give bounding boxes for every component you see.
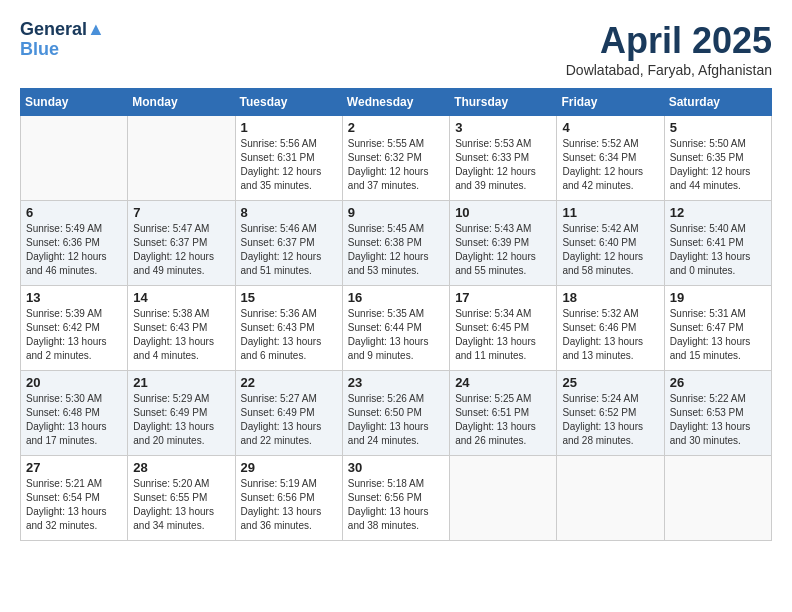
day-number: 16 <box>348 290 444 305</box>
calendar-day-cell: 21Sunrise: 5:29 AMSunset: 6:49 PMDayligh… <box>128 371 235 456</box>
day-number: 19 <box>670 290 766 305</box>
day-info: Sunrise: 5:32 AMSunset: 6:46 PMDaylight:… <box>562 307 658 363</box>
day-info: Sunrise: 5:52 AMSunset: 6:34 PMDaylight:… <box>562 137 658 193</box>
day-number: 10 <box>455 205 551 220</box>
title-section: April 2025 Dowlatabad, Faryab, Afghanist… <box>566 20 772 78</box>
day-info: Sunrise: 5:42 AMSunset: 6:40 PMDaylight:… <box>562 222 658 278</box>
calendar-day-cell: 3Sunrise: 5:53 AMSunset: 6:33 PMDaylight… <box>450 116 557 201</box>
calendar-day-cell: 14Sunrise: 5:38 AMSunset: 6:43 PMDayligh… <box>128 286 235 371</box>
calendar-day-cell: 25Sunrise: 5:24 AMSunset: 6:52 PMDayligh… <box>557 371 664 456</box>
calendar-day-cell: 23Sunrise: 5:26 AMSunset: 6:50 PMDayligh… <box>342 371 449 456</box>
calendar-day-cell <box>21 116 128 201</box>
weekday-header: Monday <box>128 89 235 116</box>
calendar-week-row: 20Sunrise: 5:30 AMSunset: 6:48 PMDayligh… <box>21 371 772 456</box>
calendar-day-cell: 19Sunrise: 5:31 AMSunset: 6:47 PMDayligh… <box>664 286 771 371</box>
day-info: Sunrise: 5:20 AMSunset: 6:55 PMDaylight:… <box>133 477 229 533</box>
calendar-day-cell: 4Sunrise: 5:52 AMSunset: 6:34 PMDaylight… <box>557 116 664 201</box>
day-info: Sunrise: 5:40 AMSunset: 6:41 PMDaylight:… <box>670 222 766 278</box>
day-info: Sunrise: 5:45 AMSunset: 6:38 PMDaylight:… <box>348 222 444 278</box>
day-info: Sunrise: 5:22 AMSunset: 6:53 PMDaylight:… <box>670 392 766 448</box>
location: Dowlatabad, Faryab, Afghanistan <box>566 62 772 78</box>
day-info: Sunrise: 5:43 AMSunset: 6:39 PMDaylight:… <box>455 222 551 278</box>
day-info: Sunrise: 5:35 AMSunset: 6:44 PMDaylight:… <box>348 307 444 363</box>
day-number: 14 <box>133 290 229 305</box>
calendar-day-cell: 7Sunrise: 5:47 AMSunset: 6:37 PMDaylight… <box>128 201 235 286</box>
calendar-week-row: 1Sunrise: 5:56 AMSunset: 6:31 PMDaylight… <box>21 116 772 201</box>
day-info: Sunrise: 5:55 AMSunset: 6:32 PMDaylight:… <box>348 137 444 193</box>
day-number: 24 <box>455 375 551 390</box>
day-number: 20 <box>26 375 122 390</box>
calendar-table: SundayMondayTuesdayWednesdayThursdayFrid… <box>20 88 772 541</box>
day-number: 1 <box>241 120 337 135</box>
weekday-header: Sunday <box>21 89 128 116</box>
day-number: 17 <box>455 290 551 305</box>
calendar-day-cell: 2Sunrise: 5:55 AMSunset: 6:32 PMDaylight… <box>342 116 449 201</box>
calendar-day-cell: 11Sunrise: 5:42 AMSunset: 6:40 PMDayligh… <box>557 201 664 286</box>
calendar-day-cell <box>557 456 664 541</box>
calendar-day-cell: 17Sunrise: 5:34 AMSunset: 6:45 PMDayligh… <box>450 286 557 371</box>
calendar-day-cell: 30Sunrise: 5:18 AMSunset: 6:56 PMDayligh… <box>342 456 449 541</box>
weekday-header: Wednesday <box>342 89 449 116</box>
calendar-day-cell: 15Sunrise: 5:36 AMSunset: 6:43 PMDayligh… <box>235 286 342 371</box>
weekday-header-row: SundayMondayTuesdayWednesdayThursdayFrid… <box>21 89 772 116</box>
logo-text-blue: Blue <box>20 40 105 60</box>
calendar-day-cell: 18Sunrise: 5:32 AMSunset: 6:46 PMDayligh… <box>557 286 664 371</box>
calendar-day-cell: 6Sunrise: 5:49 AMSunset: 6:36 PMDaylight… <box>21 201 128 286</box>
day-number: 25 <box>562 375 658 390</box>
page-header: General▲ Blue April 2025 Dowlatabad, Far… <box>20 20 772 78</box>
day-info: Sunrise: 5:36 AMSunset: 6:43 PMDaylight:… <box>241 307 337 363</box>
calendar-day-cell: 20Sunrise: 5:30 AMSunset: 6:48 PMDayligh… <box>21 371 128 456</box>
logo-text: General▲ <box>20 20 105 40</box>
day-info: Sunrise: 5:47 AMSunset: 6:37 PMDaylight:… <box>133 222 229 278</box>
day-number: 26 <box>670 375 766 390</box>
day-number: 12 <box>670 205 766 220</box>
day-number: 13 <box>26 290 122 305</box>
calendar-week-row: 6Sunrise: 5:49 AMSunset: 6:36 PMDaylight… <box>21 201 772 286</box>
day-number: 8 <box>241 205 337 220</box>
calendar-day-cell: 12Sunrise: 5:40 AMSunset: 6:41 PMDayligh… <box>664 201 771 286</box>
month-title: April 2025 <box>566 20 772 62</box>
day-info: Sunrise: 5:53 AMSunset: 6:33 PMDaylight:… <box>455 137 551 193</box>
day-number: 2 <box>348 120 444 135</box>
calendar-day-cell <box>128 116 235 201</box>
day-info: Sunrise: 5:34 AMSunset: 6:45 PMDaylight:… <box>455 307 551 363</box>
day-number: 18 <box>562 290 658 305</box>
calendar-day-cell: 26Sunrise: 5:22 AMSunset: 6:53 PMDayligh… <box>664 371 771 456</box>
weekday-header: Saturday <box>664 89 771 116</box>
calendar-week-row: 13Sunrise: 5:39 AMSunset: 6:42 PMDayligh… <box>21 286 772 371</box>
calendar-day-cell: 28Sunrise: 5:20 AMSunset: 6:55 PMDayligh… <box>128 456 235 541</box>
day-info: Sunrise: 5:46 AMSunset: 6:37 PMDaylight:… <box>241 222 337 278</box>
calendar-day-cell: 13Sunrise: 5:39 AMSunset: 6:42 PMDayligh… <box>21 286 128 371</box>
calendar-day-cell: 5Sunrise: 5:50 AMSunset: 6:35 PMDaylight… <box>664 116 771 201</box>
day-info: Sunrise: 5:19 AMSunset: 6:56 PMDaylight:… <box>241 477 337 533</box>
calendar-day-cell: 27Sunrise: 5:21 AMSunset: 6:54 PMDayligh… <box>21 456 128 541</box>
weekday-header: Tuesday <box>235 89 342 116</box>
day-info: Sunrise: 5:39 AMSunset: 6:42 PMDaylight:… <box>26 307 122 363</box>
weekday-header: Thursday <box>450 89 557 116</box>
logo: General▲ Blue <box>20 20 105 60</box>
day-number: 6 <box>26 205 122 220</box>
day-info: Sunrise: 5:30 AMSunset: 6:48 PMDaylight:… <box>26 392 122 448</box>
calendar-day-cell: 29Sunrise: 5:19 AMSunset: 6:56 PMDayligh… <box>235 456 342 541</box>
calendar-day-cell: 1Sunrise: 5:56 AMSunset: 6:31 PMDaylight… <box>235 116 342 201</box>
day-info: Sunrise: 5:31 AMSunset: 6:47 PMDaylight:… <box>670 307 766 363</box>
day-number: 22 <box>241 375 337 390</box>
day-number: 21 <box>133 375 229 390</box>
day-info: Sunrise: 5:50 AMSunset: 6:35 PMDaylight:… <box>670 137 766 193</box>
day-number: 28 <box>133 460 229 475</box>
day-number: 5 <box>670 120 766 135</box>
day-info: Sunrise: 5:27 AMSunset: 6:49 PMDaylight:… <box>241 392 337 448</box>
day-info: Sunrise: 5:25 AMSunset: 6:51 PMDaylight:… <box>455 392 551 448</box>
day-info: Sunrise: 5:49 AMSunset: 6:36 PMDaylight:… <box>26 222 122 278</box>
weekday-header: Friday <box>557 89 664 116</box>
day-number: 27 <box>26 460 122 475</box>
calendar-day-cell: 16Sunrise: 5:35 AMSunset: 6:44 PMDayligh… <box>342 286 449 371</box>
day-number: 15 <box>241 290 337 305</box>
calendar-day-cell: 9Sunrise: 5:45 AMSunset: 6:38 PMDaylight… <box>342 201 449 286</box>
calendar-week-row: 27Sunrise: 5:21 AMSunset: 6:54 PMDayligh… <box>21 456 772 541</box>
day-info: Sunrise: 5:56 AMSunset: 6:31 PMDaylight:… <box>241 137 337 193</box>
calendar-day-cell <box>664 456 771 541</box>
day-number: 7 <box>133 205 229 220</box>
calendar-day-cell: 24Sunrise: 5:25 AMSunset: 6:51 PMDayligh… <box>450 371 557 456</box>
day-number: 4 <box>562 120 658 135</box>
